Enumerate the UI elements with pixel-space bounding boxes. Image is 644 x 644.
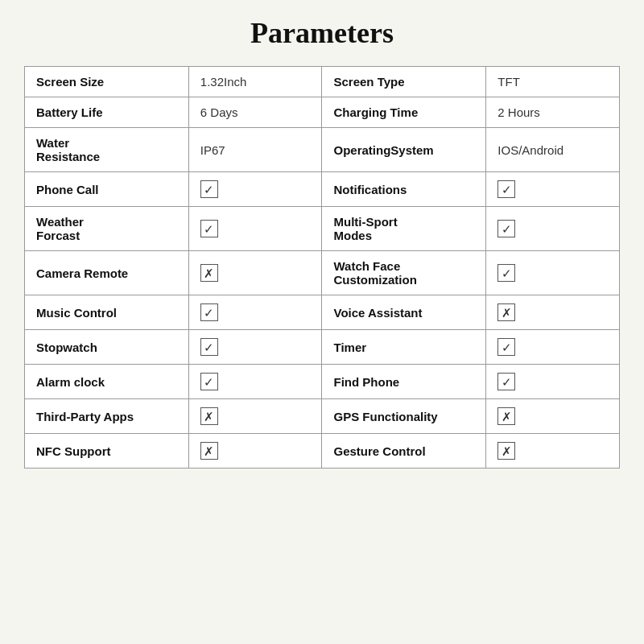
page-title: Parameters: [250, 16, 394, 50]
check-yes-icon: [200, 338, 218, 356]
check-no-icon: [200, 264, 218, 282]
check-no-icon: [497, 407, 515, 425]
table-row: StopwatchTimer: [25, 330, 620, 365]
check-yes-icon: [200, 220, 218, 237]
check-no-icon: [497, 442, 515, 460]
left-label-1: Battery Life: [25, 97, 189, 128]
check-yes-icon: [497, 264, 515, 282]
left-value-4: [188, 207, 322, 251]
table-row: Screen Size1.32InchScreen TypeTFT: [25, 67, 620, 97]
left-value-3: [188, 172, 322, 207]
check-yes-icon: [497, 180, 515, 198]
table-row: Phone CallNotifications: [25, 172, 620, 207]
table-row: Battery Life6 DaysCharging Time2 Hours: [25, 97, 620, 128]
left-value-0: 1.32Inch: [188, 67, 322, 97]
right-value-6: [486, 295, 620, 330]
left-label-0: Screen Size: [25, 67, 189, 97]
right-value-3: [486, 172, 620, 207]
right-label-1: Charging Time: [322, 97, 486, 128]
left-value-6: [188, 295, 322, 330]
left-label-2: WaterResistance: [25, 128, 189, 172]
check-yes-icon: [497, 373, 515, 390]
right-label-2: OperatingSystem: [322, 128, 486, 172]
left-label-9: Third-Party Apps: [25, 399, 189, 434]
right-value-7: [486, 330, 620, 365]
right-label-7: Timer: [322, 330, 486, 365]
table-row: Camera RemoteWatch FaceCustomization: [25, 251, 620, 295]
left-label-6: Music Control: [25, 295, 189, 330]
left-label-7: Stopwatch: [25, 330, 189, 365]
right-label-8: Find Phone: [322, 365, 486, 399]
check-yes-icon: [200, 180, 218, 198]
left-label-5: Camera Remote: [25, 251, 189, 295]
right-label-6: Voice Assistant: [322, 295, 486, 330]
check-yes-icon: [497, 220, 515, 237]
check-no-icon: [200, 442, 218, 460]
right-value-2: IOS/Android: [486, 128, 620, 172]
right-label-5: Watch FaceCustomization: [322, 251, 486, 295]
right-value-1: 2 Hours: [486, 97, 620, 128]
check-no-icon: [200, 407, 218, 425]
table-row: Alarm clockFind Phone: [25, 365, 620, 399]
left-label-3: Phone Call: [25, 172, 189, 207]
left-value-7: [188, 330, 322, 365]
left-value-2: IP67: [188, 128, 322, 172]
left-value-1: 6 Days: [188, 97, 322, 128]
right-label-4: Multi-SportModes: [322, 207, 486, 251]
right-value-10: [486, 434, 620, 469]
right-value-5: [486, 251, 620, 295]
right-label-9: GPS Functionality: [322, 399, 486, 434]
check-yes-icon: [200, 373, 218, 390]
left-value-8: [188, 365, 322, 399]
table-row: WaterResistanceIP67OperatingSystemIOS/An…: [25, 128, 620, 172]
right-label-10: Gesture Control: [322, 434, 486, 469]
table-row: Music ControlVoice Assistant: [25, 295, 620, 330]
check-yes-icon: [497, 338, 515, 356]
left-label-10: NFC Support: [25, 434, 189, 469]
check-yes-icon: [200, 303, 218, 321]
parameters-table: Screen Size1.32InchScreen TypeTFTBattery…: [24, 66, 620, 469]
right-label-0: Screen Type: [322, 67, 486, 97]
check-no-icon: [497, 303, 515, 321]
table-row: WeatherForcastMulti-SportModes: [25, 207, 620, 251]
table-row: NFC SupportGesture Control: [25, 434, 620, 469]
left-value-10: [188, 434, 322, 469]
right-value-0: TFT: [486, 67, 620, 97]
right-label-3: Notifications: [322, 172, 486, 207]
left-value-9: [188, 399, 322, 434]
left-value-5: [188, 251, 322, 295]
table-row: Third-Party AppsGPS Functionality: [25, 399, 620, 434]
left-label-8: Alarm clock: [25, 365, 189, 399]
right-value-4: [486, 207, 620, 251]
left-label-4: WeatherForcast: [25, 207, 189, 251]
right-value-8: [486, 365, 620, 399]
right-value-9: [486, 399, 620, 434]
